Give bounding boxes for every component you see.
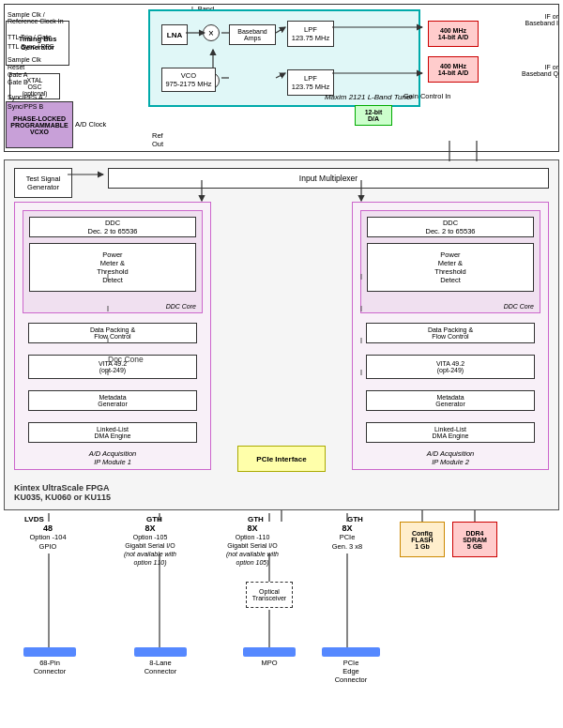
gth-label-3: GTH xyxy=(347,515,363,523)
adc2-box: 400 MHz14-bit A/D xyxy=(428,56,479,83)
metadata-box-1: MetadataGenerator xyxy=(28,390,197,411)
doc-cone-label: Doc Cone xyxy=(108,355,144,364)
gth-label-1: GTH xyxy=(146,515,162,523)
data-packing-box-1: Data Packing &Flow Control xyxy=(28,323,197,343)
vita-box-2: VITA 49.2(opt-249) xyxy=(366,355,535,379)
sample-clk2-label: Sample Clk xyxy=(8,56,41,63)
ddc-dec-box-1: DDCDec. 2 to 65536 xyxy=(29,217,196,237)
test-signal-box: Test SignalGenerator xyxy=(14,168,72,198)
fpga-label: Kintex UltraScale FPGAKU035, KU060 or KU… xyxy=(14,483,111,502)
ip-module-2: DDCDec. 2 to 65536 PowerMeter &Threshold… xyxy=(352,202,549,470)
lpf2-box: LPF123.75 MHz xyxy=(287,69,334,96)
tuner-box: LNA × × BasebandAmps LPF123.75 MHz LPF12… xyxy=(148,9,420,107)
connector-pcie-col: PCIeEdgeConnector xyxy=(319,647,383,684)
sync-pps-b-label: Sync/PPS B xyxy=(8,103,43,110)
bb-amps-box: BasebandAmps xyxy=(229,24,276,45)
metadata-box-2: MetadataGenerator xyxy=(366,390,535,411)
fpga-section: Kintex UltraScale FPGAKU035, KU060 or KU… xyxy=(4,159,559,510)
linked-list-box-1: Linked-ListDMA Engine xyxy=(28,422,197,443)
connector-8lane-col: 8-LaneConnector xyxy=(131,647,190,675)
vco-box: VCO975-2175 MHz xyxy=(161,68,216,92)
data-packing-box-2: Data Packing &Flow Control xyxy=(366,323,535,343)
sample-clk-label: Sample Clk /Reference Clock In xyxy=(8,11,83,24)
diagram-container: L-Band Ref In RF In IF orBaseband I IF o… xyxy=(0,0,563,728)
connector-mpo-col: MPO xyxy=(240,647,298,667)
gain-control-label: Gain Control In xyxy=(403,92,450,100)
ddc-core-label-1: DDC Core xyxy=(166,303,196,310)
ip-module-1-title: A/D AcquisitionIP Module 1 xyxy=(15,449,210,466)
ddc-core-label-2: DDC Core xyxy=(504,303,534,310)
ddr4-box: DDR4SDRAM5 GB xyxy=(452,522,497,557)
serial-io2-col: 8X Option -110Gigabit Serial I/O(not ava… xyxy=(214,523,291,567)
mixer1: × xyxy=(203,24,220,41)
power-thresh-box-1: PowerMeter &ThresholdDetect xyxy=(29,243,196,292)
if-q-label: IF orBaseband Q xyxy=(507,64,558,77)
lpf1-box: LPF123.75 MHz xyxy=(287,21,334,47)
ip-module-2-title: A/D AcquisitionIP Module 2 xyxy=(353,449,548,466)
input-mux-box: Input Multiplexer xyxy=(108,168,549,189)
serial-io1-col: 8X Option -105Gigabit Serial I/O(not ava… xyxy=(113,523,188,567)
ddc-core-outer-1: DDCDec. 2 to 65536 PowerMeter &Threshold… xyxy=(23,210,203,313)
linked-list-box-2: Linked-ListDMA Engine xyxy=(366,422,535,443)
lvds-label: LVDS xyxy=(24,515,44,523)
optical-transceiver-box: OpticalTransceiver xyxy=(246,582,293,608)
sync-pps-a-label: Sync/PPS A xyxy=(8,94,43,100)
ttl-trig-label: TTL Trig / Gate xyxy=(8,34,52,40)
ddc-core-outer-2: DDCDec. 2 to 65536 PowerMeter &Threshold… xyxy=(360,210,540,313)
connector-68pin-col: 68-PinConnector xyxy=(21,647,79,675)
gate-a-label: Gate A xyxy=(8,71,27,78)
gpio-col: 48 Option -104GPIO xyxy=(15,523,81,552)
gate-b-label: Gate B xyxy=(8,79,28,85)
pcie-interface-box: PCIe Interface xyxy=(237,446,326,472)
tuner-label: Maxim 2121 L-Band Tuner xyxy=(325,93,413,101)
ip-module-1: DDCDec. 2 to 65536 PowerMeter &Threshold… xyxy=(14,202,211,470)
adc1-box: 400 MHz14-bit A/D xyxy=(428,21,479,47)
reset-label: Reset xyxy=(8,64,24,70)
lna-box: LNA xyxy=(161,24,188,45)
gth-label-2: GTH xyxy=(248,515,264,523)
ref-out-label: RefOut xyxy=(152,131,163,148)
dac-box: 12-bitD/A xyxy=(355,105,392,126)
power-thresh-box-2: PowerMeter &ThresholdDetect xyxy=(367,243,534,292)
ttl-sync-label: TTL Sync / PPS xyxy=(8,43,54,50)
ddc-dec-box-2: DDCDec. 2 to 65536 xyxy=(367,217,534,237)
if-label: IF orBaseband I xyxy=(507,13,558,26)
config-flash-box: ConfigFLASH1 Gb xyxy=(400,522,445,557)
pcie-col: 8X PCIeGen. 3 x8 xyxy=(319,523,375,552)
ad-clock-label: A/D Clock xyxy=(75,120,106,129)
